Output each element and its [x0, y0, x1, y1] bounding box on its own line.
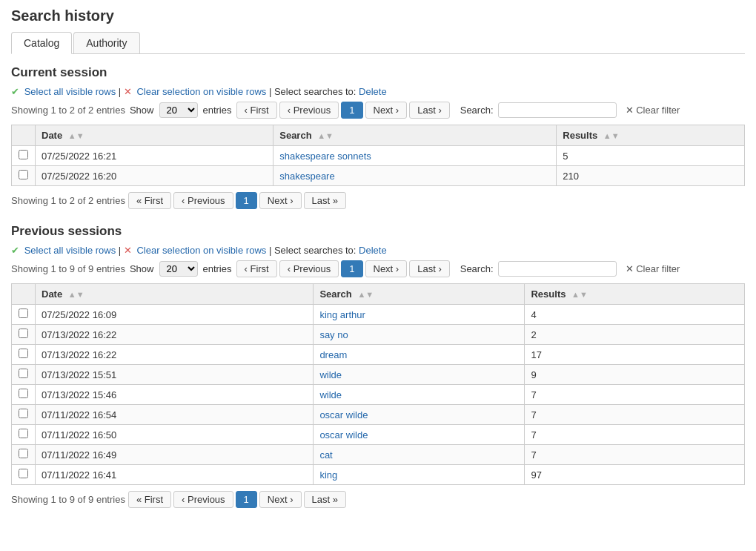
pag-nav-prev-top: ‹ First ‹ Previous 1 Next › Last › [236, 260, 450, 277]
last-btn-prev-bottom[interactable]: Last » [304, 491, 346, 508]
sort-icon-results-prev: ▲▼ [571, 290, 588, 299]
row-checkbox[interactable] [12, 425, 36, 445]
show-select-current[interactable]: 20 50 100 [159, 102, 198, 118]
table-row: 07/13/2022 16:22 dream 17 [12, 345, 745, 365]
row-checkbox[interactable] [12, 465, 36, 485]
row-date: 07/25/2022 16:20 [36, 166, 273, 186]
prev-btn-current-bottom[interactable]: ‹ Previous [173, 192, 233, 209]
row-date: 07/13/2022 16:22 [36, 345, 314, 365]
page-title: Search history [11, 7, 745, 24]
select-all-current[interactable]: Select all visible rows [24, 86, 116, 97]
select-searches-label-prev: Select searches to: [274, 245, 357, 256]
row-checkbox[interactable] [12, 345, 36, 365]
row-search[interactable]: wilde [314, 365, 525, 385]
next-btn-current-top[interactable]: Next › [365, 102, 408, 119]
current-session-actions: ✔ Select all visible rows | ✕ Clear sele… [11, 86, 745, 97]
table-row: 07/11/2022 16:54 oscar wilde 7 [12, 405, 745, 425]
previous-sessions-actions: ✔ Select all visible rows | ✕ Clear sele… [11, 245, 745, 256]
page1-btn-prev-top[interactable]: 1 [341, 260, 362, 277]
prev-sessions-pagination-top: Showing 1 to 9 of 9 entries Show 20 50 1… [11, 260, 745, 277]
row-search[interactable]: oscar wilde [314, 405, 525, 425]
th-search-current[interactable]: Search ▲▼ [273, 125, 557, 146]
table-row: 07/11/2022 16:50 oscar wilde 7 [12, 425, 745, 445]
row-search[interactable]: oscar wilde [314, 425, 525, 445]
row-search[interactable]: dream [314, 345, 525, 365]
row-results: 4 [525, 305, 745, 325]
current-session-title: Current session [11, 65, 745, 80]
delete-prev[interactable]: Delete [359, 245, 387, 256]
pag-nav-prev-bottom: « First ‹ Previous 1 Next › Last » [128, 491, 346, 508]
row-results: 7 [525, 385, 745, 405]
row-date: 07/11/2022 16:50 [36, 425, 314, 445]
first-btn-prev-top[interactable]: ‹ First [236, 260, 277, 277]
entries-label-current: entries [202, 105, 231, 116]
tab-authority[interactable]: Authority [73, 32, 139, 53]
row-search[interactable]: cat [314, 445, 525, 465]
prev-showing-top: Showing 1 to 9 of 9 entries [11, 263, 125, 274]
check-icon-current: ✔ [11, 86, 19, 97]
row-search[interactable]: king arthur [314, 305, 525, 325]
clear-selection-prev[interactable]: Clear selection on visible rows [136, 245, 266, 256]
table-row: 07/25/2022 16:21 shakespeare sonnets 5 [12, 146, 745, 166]
table-row: 07/13/2022 15:51 wilde 9 [12, 365, 745, 385]
prev-btn-prev-bottom[interactable]: ‹ Previous [173, 491, 233, 508]
previous-sessions-title: Previous sessions [11, 224, 745, 239]
last-btn-current-top[interactable]: Last › [409, 102, 450, 119]
row-search[interactable]: shakespeare [273, 166, 557, 186]
row-date: 07/13/2022 16:22 [36, 325, 314, 345]
current-showing-bottom: Showing 1 to 2 of 2 entries [11, 195, 125, 206]
row-checkbox[interactable] [12, 405, 36, 425]
row-checkbox[interactable] [12, 305, 36, 325]
row-search[interactable]: wilde [314, 385, 525, 405]
next-btn-prev-bottom[interactable]: Next › [259, 491, 302, 508]
th-date-current[interactable]: Date ▲▼ [36, 125, 273, 146]
row-checkbox[interactable] [12, 445, 36, 465]
th-checkbox-current [12, 125, 36, 146]
table-row: 07/11/2022 16:41 king 97 [12, 465, 745, 485]
first-btn-prev-bottom[interactable]: « First [128, 491, 171, 508]
clear-filter-prev[interactable]: ✕ Clear filter [621, 262, 685, 276]
row-search[interactable]: say no [314, 325, 525, 345]
prev-btn-prev-top[interactable]: ‹ Previous [279, 260, 339, 277]
show-select-prev[interactable]: 20 50 100 [159, 261, 198, 277]
last-btn-prev-top[interactable]: Last › [409, 260, 450, 277]
page1-btn-prev-bottom[interactable]: 1 [236, 491, 257, 508]
page1-btn-current-top[interactable]: 1 [341, 102, 362, 119]
th-results-prev[interactable]: Results ▲▼ [525, 284, 745, 305]
sort-icon-search-prev: ▲▼ [357, 290, 374, 299]
pag-nav-current-top: ‹ First ‹ Previous 1 Next › Last › [236, 102, 450, 119]
first-btn-current-top[interactable]: ‹ First [236, 102, 277, 119]
search-input-prev[interactable] [498, 261, 617, 277]
th-search-prev[interactable]: Search ▲▼ [314, 284, 525, 305]
row-checkbox[interactable] [12, 146, 36, 166]
th-date-prev[interactable]: Date ▲▼ [36, 284, 314, 305]
search-label-current: Search: [460, 105, 494, 116]
delete-current[interactable]: Delete [359, 86, 387, 97]
page1-btn-current-bottom[interactable]: 1 [236, 192, 257, 209]
clear-filter-current[interactable]: ✕ Clear filter [621, 103, 685, 117]
row-results: 7 [525, 405, 745, 425]
th-results-current[interactable]: Results ▲▼ [557, 125, 745, 146]
row-checkbox[interactable] [12, 166, 36, 186]
row-results: 5 [557, 146, 745, 166]
pag-nav-current-bottom: « First ‹ Previous 1 Next › Last » [128, 192, 346, 209]
first-btn-current-bottom[interactable]: « First [128, 192, 171, 209]
select-all-prev[interactable]: Select all visible rows [24, 245, 116, 256]
show-label-prev: Show [130, 263, 154, 274]
row-results: 97 [525, 465, 745, 485]
last-btn-current-bottom[interactable]: Last » [304, 192, 346, 209]
row-search[interactable]: shakespeare sonnets [273, 146, 557, 166]
current-showing-top: Showing 1 to 2 of 2 entries [11, 105, 125, 116]
tab-catalog[interactable]: Catalog [11, 32, 72, 54]
prev-btn-current-top[interactable]: ‹ Previous [279, 102, 339, 119]
search-input-current[interactable] [498, 102, 617, 118]
next-btn-current-bottom[interactable]: Next › [259, 192, 302, 209]
row-search[interactable]: king [314, 465, 525, 485]
current-session-section: Current session ✔ Select all visible row… [11, 65, 745, 209]
row-checkbox[interactable] [12, 385, 36, 405]
row-checkbox[interactable] [12, 325, 36, 345]
sort-icon-results-current: ▲▼ [603, 131, 620, 140]
clear-selection-current[interactable]: Clear selection on visible rows [136, 86, 266, 97]
row-checkbox[interactable] [12, 365, 36, 385]
next-btn-prev-top[interactable]: Next › [365, 260, 408, 277]
